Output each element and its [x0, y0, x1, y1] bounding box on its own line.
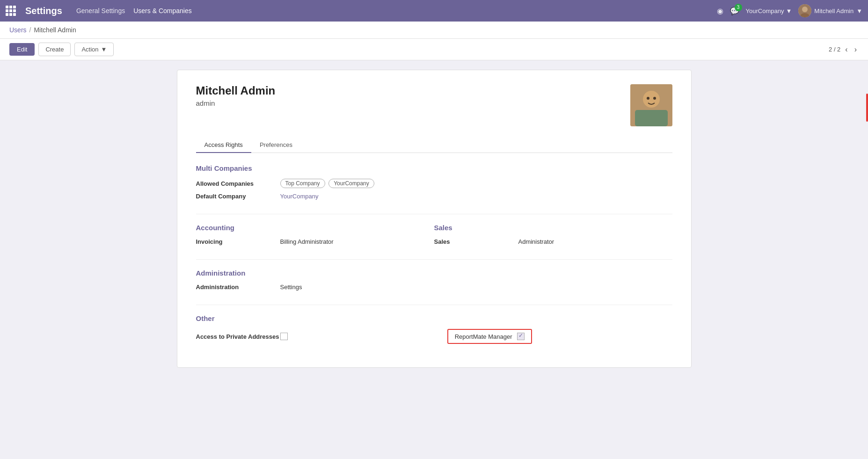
user-menu[interactable]: Mitchell Admin ▼ [798, 4, 862, 17]
administration-title: Administration [196, 269, 672, 277]
user-login: admin [196, 99, 276, 107]
private-addresses-row: Access to Private Addresses ReportMate M… [196, 329, 672, 344]
svg-point-1 [802, 7, 808, 12]
reportmate-checkbox[interactable] [517, 333, 525, 340]
sales-label: Sales [434, 238, 518, 245]
edit-button[interactable]: Edit [9, 43, 35, 56]
breadcrumb-parent[interactable]: Users [9, 26, 27, 34]
nav-links: General Settings Users & Companies [76, 7, 708, 15]
user-info-block: Mitchell Admin admin [196, 84, 276, 107]
breadcrumb-separator: / [29, 26, 31, 34]
other-section: Other Access to Private Addresses Report… [196, 314, 672, 344]
topbar-right: ◉ 💬 3 YourCompany ▼ Mitchell Admin ▼ [717, 4, 862, 17]
user-dropdown-icon: ▼ [856, 7, 862, 15]
accounting-title: Accounting [196, 224, 434, 232]
allowed-companies-row: Allowed Companies Top Company YourCompan… [196, 179, 672, 188]
main-content: Mitchell Admin admin [0, 60, 868, 459]
create-button[interactable]: Create [38, 43, 71, 56]
multi-companies-title: Multi Companies [196, 164, 672, 172]
default-company-row: Default Company YourCompany [196, 193, 672, 200]
breadcrumb: Users / Mitchell Admin [0, 22, 868, 39]
invoicing-label: Invoicing [196, 238, 280, 245]
pagination-prev[interactable]: ‹ [843, 44, 849, 55]
company-selector[interactable]: YourCompany ▼ [746, 7, 792, 15]
private-addresses-checkbox[interactable] [280, 333, 288, 340]
breadcrumb-current: Mitchell Admin [34, 26, 76, 34]
chat-badge: 3 [735, 4, 742, 11]
private-addresses-checkbox-wrapper [280, 333, 288, 340]
user-name: Mitchell Admin [196, 84, 276, 97]
private-addresses-checkbox-field [280, 333, 288, 340]
top-navigation: Settings General Settings Users & Compan… [0, 0, 868, 22]
sales-value: Administrator [518, 238, 554, 245]
clock-icon[interactable]: ◉ [717, 7, 723, 15]
action-label: Action [81, 46, 98, 53]
other-title: Other [196, 314, 672, 322]
user-avatar-large[interactable] [630, 84, 672, 126]
tag-top-company[interactable]: Top Company [280, 179, 325, 188]
sales-title: Sales [434, 224, 672, 232]
multi-companies-section: Multi Companies Allowed Companies Top Co… [196, 164, 672, 200]
apps-menu-icon[interactable] [6, 6, 16, 16]
private-addresses-label: Access to Private Addresses [196, 333, 280, 340]
action-dropdown-icon: ▼ [101, 46, 107, 53]
pagination-next[interactable]: › [853, 44, 859, 55]
tag-your-company[interactable]: YourCompany [328, 179, 374, 188]
sales-row: Sales Administrator [434, 238, 672, 245]
administration-row: Administration Settings [196, 284, 672, 291]
allowed-companies-label: Allowed Companies [196, 180, 280, 187]
scroll-indicator [866, 94, 868, 122]
toolbar: Edit Create Action ▼ 2 / 2 ‹ › [0, 39, 868, 60]
default-company-label: Default Company [196, 193, 280, 200]
action-button[interactable]: Action ▼ [74, 43, 114, 56]
user-header: Mitchell Admin admin [196, 84, 672, 126]
administration-section: Administration Administration Settings [196, 269, 672, 291]
pagination: 2 / 2 ‹ › [829, 44, 859, 55]
tab-access-rights[interactable]: Access Rights [196, 138, 251, 153]
company-name: YourCompany [746, 7, 784, 15]
invoicing-row: Invoicing Billing Administrator [196, 238, 434, 245]
form-card: Mitchell Admin admin [177, 70, 692, 368]
default-company-value[interactable]: YourCompany [280, 193, 319, 200]
accounting-section: Accounting Invoicing Billing Administrat… [196, 224, 434, 250]
tab-preferences[interactable]: Preferences [251, 138, 301, 153]
svg-rect-9 [635, 110, 668, 126]
invoicing-value: Billing Administrator [280, 238, 334, 245]
chat-icon[interactable]: 💬 3 [730, 7, 739, 15]
app-brand: Settings [25, 6, 62, 16]
allowed-companies-value: Top Company YourCompany [280, 179, 376, 188]
pagination-text: 2 / 2 [829, 46, 840, 53]
user-name-topbar: Mitchell Admin [814, 7, 853, 15]
administration-label: Administration [196, 284, 280, 291]
reportmate-label: ReportMate Manager [455, 333, 512, 340]
sales-section: Sales Sales Administrator [434, 224, 672, 250]
svg-point-7 [647, 97, 649, 100]
nav-users-companies[interactable]: Users & Companies [133, 7, 192, 15]
company-dropdown-icon: ▼ [786, 7, 792, 15]
tabs: Access Rights Preferences [196, 138, 672, 153]
nav-general-settings[interactable]: General Settings [76, 7, 125, 15]
user-avatar-small [798, 4, 811, 17]
accounting-sales-grid: Accounting Invoicing Billing Administrat… [196, 224, 672, 250]
svg-point-5 [643, 91, 660, 108]
reportmate-box: ReportMate Manager [447, 329, 532, 344]
svg-point-8 [653, 97, 656, 100]
administration-value: Settings [280, 284, 302, 291]
